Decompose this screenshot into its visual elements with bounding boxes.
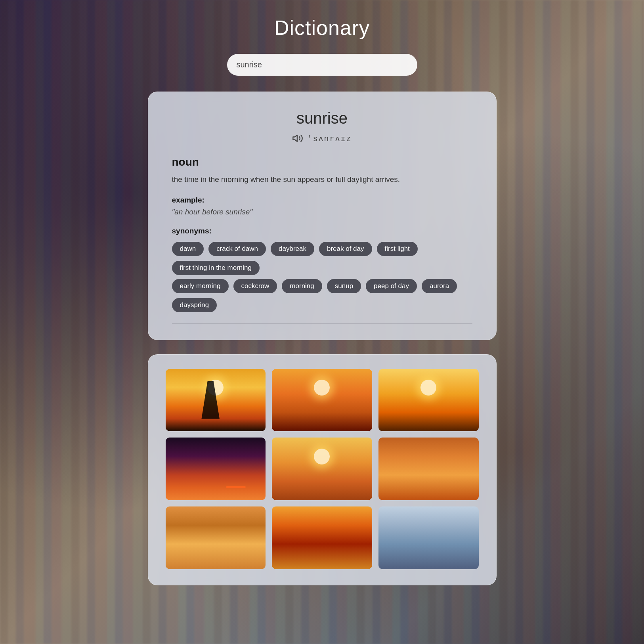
image-item-2[interactable] xyxy=(272,369,372,432)
image-item-6[interactable] xyxy=(378,438,479,500)
image-item-7[interactable] xyxy=(166,506,266,569)
synonym-peep-of-day[interactable]: peep of day xyxy=(366,279,417,293)
example-text: "an hour before sunrise" xyxy=(172,208,472,216)
search-input[interactable] xyxy=(227,54,417,76)
image-item-8[interactable] xyxy=(272,506,372,569)
synonyms-container-2: early morning cockcrow morning sunup pee… xyxy=(172,279,472,312)
synonym-first-light[interactable]: first light xyxy=(377,242,418,256)
example-label: example: xyxy=(172,196,472,204)
synonym-morning[interactable]: morning xyxy=(282,279,322,293)
speaker-icon[interactable] xyxy=(292,133,303,144)
synonym-break-of-day[interactable]: break of day xyxy=(319,242,372,256)
definition-text: the time in the morning when the sun app… xyxy=(172,174,472,185)
synonym-dayspring[interactable]: dayspring xyxy=(172,298,217,312)
image-item-3[interactable] xyxy=(378,369,479,432)
image-item-4[interactable] xyxy=(166,438,266,500)
synonyms-container: dawn crack of dawn daybreak break of day… xyxy=(172,242,472,275)
word-heading: sunrise xyxy=(172,109,472,127)
image-item-5[interactable] xyxy=(272,438,372,500)
synonym-aurora[interactable]: aurora xyxy=(422,279,457,293)
synonym-cockcrow[interactable]: cockcrow xyxy=(233,279,277,293)
part-of-speech: noun xyxy=(172,156,472,168)
page-title: Dictionary xyxy=(274,16,370,40)
image-item-9[interactable] xyxy=(378,506,479,569)
definition-card: sunrise 'sʌnrʌɪz noun the time in the mo… xyxy=(148,92,497,340)
section-divider xyxy=(172,323,472,324)
search-container xyxy=(227,54,417,76)
synonym-daybreak[interactable]: daybreak xyxy=(271,242,314,256)
synonym-first-thing-in-the-morning[interactable]: first thing in the morning xyxy=(172,261,260,275)
synonym-early-morning[interactable]: early morning xyxy=(172,279,229,293)
synonym-crack-of-dawn[interactable]: crack of dawn xyxy=(208,242,266,256)
image-grid xyxy=(166,369,479,569)
synonym-sunup[interactable]: sunup xyxy=(327,279,361,293)
synonym-dawn[interactable]: dawn xyxy=(172,242,204,256)
pronunciation-row: 'sʌnrʌɪz xyxy=(172,133,472,144)
image-item-1[interactable] xyxy=(166,369,266,432)
page-wrapper: Dictionary sunrise 'sʌnrʌɪz noun the tim… xyxy=(0,0,644,644)
pronunciation-text: 'sʌnrʌɪz xyxy=(307,134,352,143)
image-card xyxy=(148,354,497,586)
svg-marker-0 xyxy=(293,135,298,141)
synonyms-label: synonyms: xyxy=(172,227,472,235)
